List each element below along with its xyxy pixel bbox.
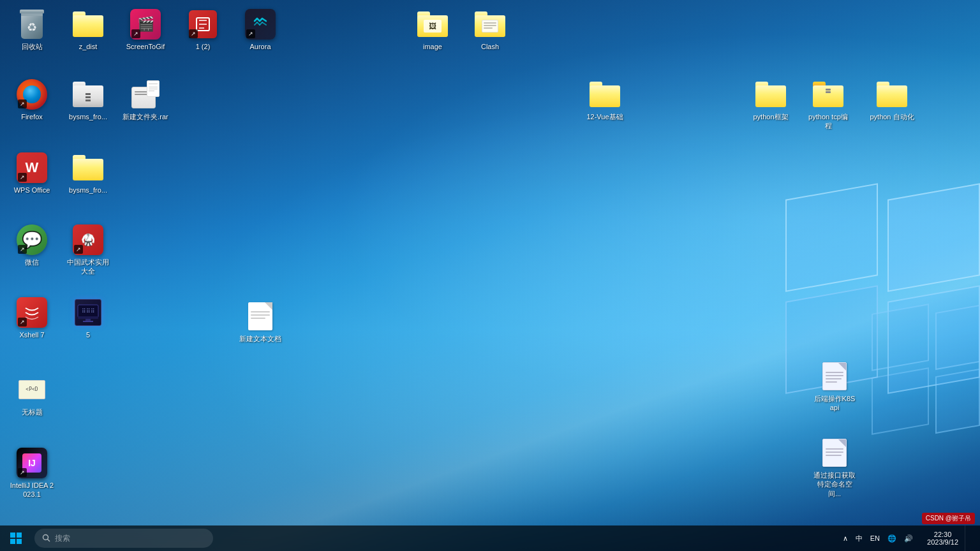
xshell-label: Xshell 7 — [19, 330, 44, 339]
new-folder-rar-label: 新建文件夹.rar — [122, 112, 168, 121]
python-auto-icon[interactable]: python 自动化 — [866, 77, 917, 124]
image-label: image — [423, 42, 442, 51]
aurora-icon[interactable]: Aurora — [235, 6, 286, 54]
taskbar-date: 2023/9/12 — [927, 538, 958, 546]
tray-wifi[interactable]: 🌐 — [885, 533, 899, 544]
recycle-bin-icon[interactable]: 回收站 — [6, 6, 57, 54]
svg-line-8 — [262, 22, 266, 25]
svg-rect-11 — [85, 319, 91, 321]
bysms-fro1-label: bysms_fro... — [69, 112, 107, 121]
blank-icon[interactable]: <P<D 无标题 — [6, 372, 57, 419]
screentogif-label: ScreenToGif — [126, 42, 165, 51]
tray-expand[interactable]: ∧ — [840, 533, 850, 544]
taskbar-clock[interactable]: 22:30 2023/9/12 — [921, 531, 965, 546]
5-file-icon[interactable]: ⠿⠿⠿ 5 — [63, 295, 114, 342]
z-dist-icon[interactable]: z_dist — [63, 6, 114, 54]
bysms-fro2-label: bysms_fro... — [69, 186, 107, 195]
taskbar-search-label: 搜索 — [55, 533, 70, 544]
svg-rect-16 — [10, 539, 15, 544]
firefox-label: Firefox — [21, 112, 43, 121]
start-button[interactable] — [0, 525, 32, 551]
svg-rect-17 — [17, 539, 22, 544]
svg-text:⠿⠿⠿: ⠿⠿⠿ — [82, 308, 95, 314]
show-desktop[interactable] — [965, 525, 980, 551]
tray-ime[interactable]: 中 — [853, 533, 865, 545]
desktop: 回收站 z_dist 🎬 ScreenToGif — [0, 0, 980, 551]
python-tcp-icon[interactable]: python tcp编程 — [803, 77, 854, 133]
z-dist-label: z_dist — [79, 42, 98, 51]
intellij-label: IntelliJ IDEA 2023.1 — [9, 481, 55, 499]
svg-rect-12 — [83, 321, 93, 322]
taskbar: 搜索 ∧ 中 EN 🌐 🔊 22:30 2023/9/12 — [0, 525, 980, 551]
12-vue-label: 12-Vue基础 — [586, 112, 623, 121]
wushu-label: 中国武术实用大全 — [65, 258, 111, 276]
new-text-icon[interactable]: 新建文本文档 — [235, 298, 286, 346]
svg-line-4 — [262, 18, 266, 21]
firefox-icon[interactable]: Firefox — [6, 77, 57, 124]
csdn-badge: CSDN @驸子吊 — [922, 513, 975, 524]
1-2-icon[interactable]: 1 (2) — [177, 6, 228, 54]
bysms-fro2-icon[interactable]: bysms_fro... — [63, 150, 114, 197]
wps-label: WPS Office — [14, 186, 50, 195]
tray-volume[interactable]: 🔊 — [902, 533, 916, 544]
12-vue-icon[interactable]: 12-Vue基础 — [579, 77, 630, 124]
svg-rect-14 — [10, 533, 15, 538]
clash-icon[interactable]: Clash — [464, 6, 516, 54]
tray-lang[interactable]: EN — [868, 533, 882, 543]
svg-rect-10 — [78, 316, 98, 319]
python-auto-label: python 自动化 — [870, 112, 914, 121]
xshell-icon[interactable]: Xshell 7 — [6, 295, 57, 342]
taskbar-time: 22:30 — [927, 531, 958, 538]
wechat-label: 微信 — [25, 258, 39, 267]
python-kuangjia-icon[interactable]: python框架 — [745, 77, 796, 124]
clash-label: Clash — [481, 42, 499, 51]
python-kuangjia-label: python框架 — [753, 112, 788, 121]
interface-cmd-icon[interactable]: 通过接口获取特定命名空间... — [809, 435, 860, 501]
bysms-fro1-icon[interactable]: bysms_fro... — [63, 77, 114, 124]
image-folder-icon[interactable]: 🖼 image — [407, 6, 458, 54]
interface-cmd-label: 通过接口获取特定命名空间... — [812, 471, 858, 498]
taskbar-search[interactable]: 搜索 — [34, 529, 213, 548]
wushu-icon[interactable]: 🥋 中国武术实用大全 — [63, 222, 114, 279]
wechat-icon[interactable]: 💬 微信 — [6, 222, 57, 269]
python-tcp-label: python tcp编程 — [805, 112, 851, 131]
intellij-icon[interactable]: IJ IntelliJ IDEA 2023.1 — [6, 445, 57, 502]
aurora-label: Aurora — [249, 42, 271, 51]
new-text-label: 新建文本文档 — [239, 334, 281, 343]
recycle-bin-label: 回收站 — [22, 42, 43, 51]
1-2-label: 1 (2) — [196, 42, 211, 51]
svg-line-19 — [48, 540, 50, 542]
5-file-label: 5 — [86, 330, 90, 339]
screentogif-icon[interactable]: 🎬 ScreenToGif — [120, 6, 171, 54]
svg-rect-15 — [17, 533, 22, 538]
blank-label: 无标题 — [22, 408, 43, 416]
k8s-api-icon[interactable]: 后端操作K8S api — [809, 358, 860, 415]
wps-icon[interactable]: W WPS Office — [6, 150, 57, 197]
svg-point-18 — [43, 535, 48, 540]
icons-grid: 回收站 z_dist 🎬 ScreenToGif — [0, 0, 980, 551]
new-folder-rar-icon[interactable]: 新建文件夹.rar — [120, 77, 171, 124]
k8s-api-label: 后端操作K8S api — [812, 394, 858, 413]
taskbar-tray: ∧ 中 EN 🌐 🔊 — [835, 533, 921, 545]
